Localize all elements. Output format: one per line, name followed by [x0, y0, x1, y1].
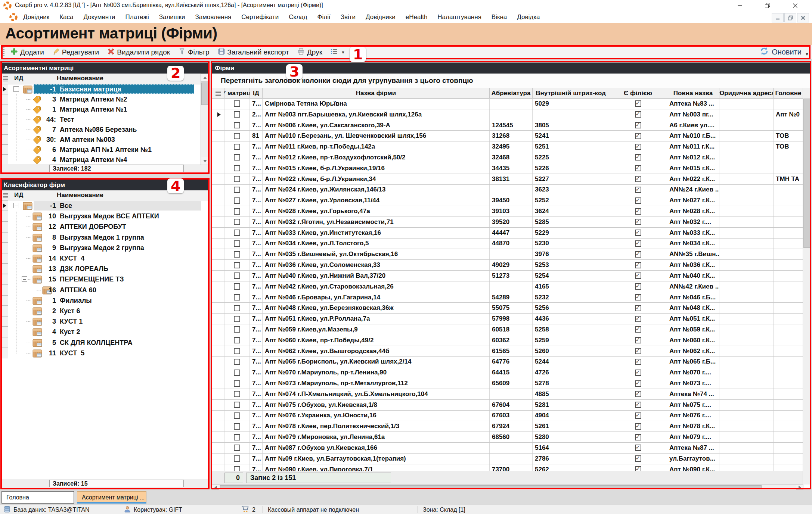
- menu-item-замовлення[interactable]: Замовлення: [195, 13, 231, 21]
- table-row[interactable]: 7...Апт №059 г.Киев,ул.Мазепы,9605185258…: [212, 324, 803, 335]
- in-matrix-checkbox[interactable]: [234, 283, 240, 290]
- tree-row-4[interactable]: 4Матрица Аптеки №4: [1, 155, 209, 165]
- is-branch-checkbox[interactable]: [635, 283, 641, 290]
- menu-item-філії[interactable]: Філії: [317, 13, 331, 21]
- tree-row-12[interactable]: 12АПТЕКИ ДОБРОБУТ: [1, 221, 209, 232]
- menu-item-налаштування[interactable]: Налаштування: [437, 13, 481, 21]
- toolbar-button-export[interactable]: Загальний експорт: [216, 47, 291, 58]
- table-row[interactable]: 7...Апт №051 г.Киев, ул.Р.Роллана,7а5799…: [212, 314, 803, 324]
- is-branch-checkbox[interactable]: [635, 466, 641, 471]
- is-branch-checkbox[interactable]: [635, 348, 641, 354]
- table-row[interactable]: 7...Апт №062 г.Киев, ул.Вышгородская,44б…: [212, 346, 803, 357]
- tab-assortment-matrix[interactable]: Асортимент матриці ...: [77, 491, 146, 504]
- tree-row--1[interactable]: -1Все: [1, 200, 209, 211]
- tree-row-11[interactable]: 11КУСТ_5: [1, 348, 209, 358]
- is-branch-checkbox[interactable]: [635, 326, 641, 333]
- is-branch-checkbox[interactable]: [635, 122, 641, 128]
- tree-row-15[interactable]: 15ПЕРЕМЕЩЕНИЕ ТЗ: [1, 274, 209, 284]
- tree-row-44[interactable]: 44:Тест: [1, 114, 209, 124]
- matrices-vertical-scrollbar[interactable]: [201, 74, 209, 165]
- tree-row--1[interactable]: -1Базисная матрица: [1, 84, 209, 94]
- is-branch-checkbox[interactable]: [635, 455, 641, 462]
- tree-row-7[interactable]: 7Аптека №086 Березань: [1, 124, 209, 134]
- table-row[interactable]: 7...Апт №079 г.Мироновка, ул.Ленина,61а6…: [212, 432, 803, 443]
- toolbar-button-delete[interactable]: Видалити рядок: [106, 47, 171, 58]
- table-row[interactable]: 7...Апт №048 г.Киев, ул.Березняковская,3…: [212, 303, 803, 314]
- mdi-restore-button[interactable]: [784, 13, 796, 22]
- is-branch-checkbox[interactable]: [635, 445, 641, 451]
- menu-item-склад[interactable]: Склад: [289, 13, 307, 21]
- tree-row-30[interactable]: 30:АМ аптеки №003: [1, 134, 209, 144]
- table-row[interactable]: 7...Апт №087 г.Обухов ул.Киевская,166516…: [212, 443, 803, 454]
- is-branch-checkbox[interactable]: [635, 144, 641, 150]
- tree-row-8[interactable]: 8Выгрузка Медок 1 группа: [1, 232, 209, 243]
- in-matrix-checkbox[interactable]: [234, 133, 240, 139]
- is-branch-checkbox[interactable]: [635, 240, 641, 247]
- table-row[interactable]: 7...Смірнова Тетяна Юрьївна5029Аптека №8…: [212, 99, 803, 109]
- menu-item-документи[interactable]: Документи: [84, 13, 115, 21]
- tree-row-5[interactable]: 5СК ДЛЯ КОЛЛЦЕНТРА: [1, 337, 209, 348]
- in-matrix-checkbox[interactable]: [234, 100, 240, 107]
- menu-item-сертифікати[interactable]: Сертифікати: [241, 13, 279, 21]
- grid-grip-icon[interactable]: [3, 193, 8, 198]
- table-row[interactable]: 7...Апт №036 г.Киев, ул.Соломенская,3349…: [212, 260, 803, 271]
- table-row[interactable]: 7...Апт №034 г.Киев, ул.Л.Толстого,54487…: [212, 239, 803, 249]
- is-branch-checkbox[interactable]: [635, 294, 641, 300]
- toolbar-button-filter[interactable]: Фільтр: [177, 47, 211, 58]
- table-row[interactable]: 7...Апт №073 г.Мариуполь, пр-т.Металлург…: [212, 378, 803, 389]
- column-header-4[interactable]: Абревіатура: [490, 88, 533, 99]
- is-branch-checkbox[interactable]: [635, 380, 641, 387]
- in-matrix-checkbox[interactable]: [234, 402, 240, 408]
- in-matrix-checkbox[interactable]: [234, 326, 240, 333]
- tab-home[interactable]: Головна: [1, 491, 74, 504]
- in-matrix-checkbox[interactable]: [234, 337, 240, 343]
- in-matrix-checkbox[interactable]: [234, 466, 240, 471]
- is-branch-checkbox[interactable]: [635, 370, 641, 376]
- table-row[interactable]: 7...Апт №065 г.Борисполь, ул.Киевский шл…: [212, 357, 803, 368]
- table-row[interactable]: 7...Апт №012 г.Киев, пр-т.Воздухофлотски…: [212, 152, 803, 163]
- menu-item-каса[interactable]: Каса: [59, 13, 73, 21]
- table-row[interactable]: 7...Апт №075 г.Обухов, ул.Киевская,1/867…: [212, 400, 803, 411]
- scrollbar-thumb[interactable]: [803, 99, 811, 248]
- is-branch-checkbox[interactable]: [635, 391, 641, 397]
- toolbar-button-print[interactable]: Друк: [296, 47, 324, 58]
- is-branch-checkbox[interactable]: [635, 100, 641, 107]
- in-matrix-checkbox[interactable]: [234, 176, 240, 182]
- grid-grip-icon[interactable]: [216, 91, 221, 96]
- matrices-col-name[interactable]: Наименование: [57, 75, 103, 82]
- is-branch-checkbox[interactable]: [635, 262, 641, 268]
- table-row[interactable]: 7...Апт №060 г.Киев, пр-т.Победы,49/2603…: [212, 335, 803, 346]
- table-row[interactable]: 7...Апт №09 г.Киев, ул.Баггаутовская,1(т…: [212, 454, 803, 464]
- table-row[interactable]: 7...Апт №006 г.Киев, ул.Саксаганского,39…: [212, 120, 803, 131]
- mdi-minimize-button[interactable]: [772, 13, 784, 22]
- is-branch-checkbox[interactable]: [635, 187, 641, 193]
- refresh-caret-icon[interactable]: ▼: [805, 52, 809, 56]
- is-branch-checkbox[interactable]: [635, 230, 641, 236]
- tree-row-2[interactable]: 2Куст 6: [1, 306, 209, 316]
- table-row[interactable]: 7...Апт №032 г.Яготин, ул.Независимости,…: [212, 217, 803, 228]
- toolbar-button-pencil[interactable]: Редагувати: [51, 47, 100, 58]
- tree-row-13[interactable]: 13ДЗК ЛОРЕАЛЬ: [1, 264, 209, 274]
- in-matrix-checkbox[interactable]: [234, 219, 240, 225]
- table-row[interactable]: 7...Апт №074 г.П-Хмельницкий, ул.Б.Хмель…: [212, 389, 803, 400]
- in-matrix-checkbox[interactable]: [234, 251, 240, 258]
- column-header-1[interactable]: У матриці: [224, 88, 250, 99]
- tree-row-14[interactable]: 14КУСТ_4: [1, 253, 209, 264]
- table-row[interactable]: 7...Апт №076 г.Украинка, ул.Юности,16676…: [212, 411, 803, 421]
- column-header-7[interactable]: Повна назва: [667, 88, 719, 99]
- in-matrix-checkbox[interactable]: [234, 272, 240, 279]
- is-branch-checkbox[interactable]: [635, 402, 641, 408]
- group-by-band[interactable]: Перетягніть заголовок колонки сюди для у…: [212, 74, 811, 88]
- tree-row-6[interactable]: 6Матрица АП №1 Аптеки №1: [1, 144, 209, 155]
- is-branch-checkbox[interactable]: [635, 176, 641, 182]
- is-branch-checkbox[interactable]: [635, 111, 641, 118]
- menu-item-довідник[interactable]: Довідник: [23, 13, 49, 21]
- table-row[interactable]: 7...Апт №090 г.Киев, ул.Пироговка,7/1737…: [212, 464, 803, 471]
- table-row[interactable]: 7...Апт №015 г.Киев, б-р.Л.Украинки,19/1…: [212, 163, 803, 174]
- table-row[interactable]: 7...Апт №011 г.Киев, пр-т.Победы,142а324…: [212, 141, 803, 152]
- is-branch-checkbox[interactable]: [635, 251, 641, 258]
- matrices-col-id[interactable]: ИД: [14, 75, 23, 82]
- menu-item-довідка[interactable]: Довідка: [517, 13, 540, 21]
- in-matrix-checkbox[interactable]: [234, 197, 240, 204]
- window-restore-button[interactable]: [759, 0, 776, 11]
